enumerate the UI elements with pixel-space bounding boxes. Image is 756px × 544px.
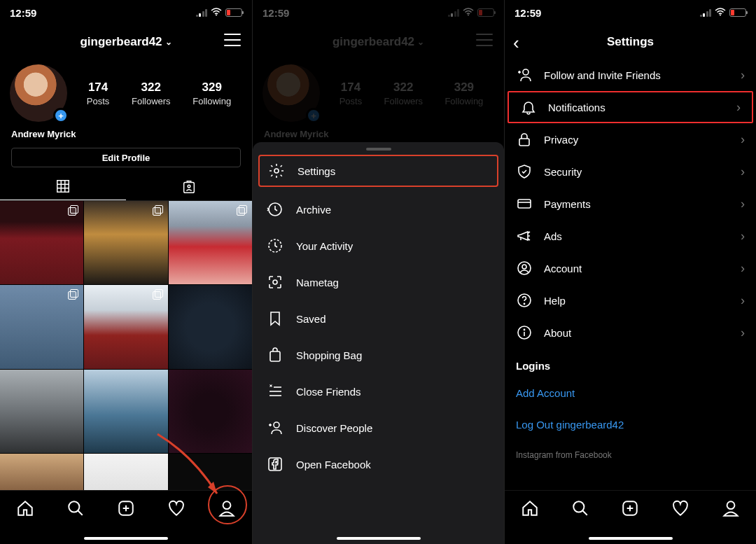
panel-profile: 12:59 gingerbeard42 ⌄ +: [0, 0, 252, 544]
menu-label: Your Activity: [296, 240, 353, 252]
settings-notifications[interactable]: Notifications ›: [507, 91, 753, 123]
nav-home[interactable]: [521, 499, 539, 517]
menu-archive[interactable]: Archive: [253, 191, 504, 228]
status-time: 12:59: [10, 7, 36, 19]
menu-shopping-bag[interactable]: Shopping Bag: [253, 337, 504, 373]
add-account-link[interactable]: Add Account: [505, 377, 756, 409]
settings-account[interactable]: Account ›: [505, 252, 756, 284]
profile-tabs: [0, 173, 252, 201]
settings-label: Ads: [544, 230, 562, 242]
bottom-nav: [505, 490, 756, 544]
svg-point-8: [69, 501, 79, 512]
post-thumbnail[interactable]: [0, 370, 83, 453]
post-thumbnail[interactable]: [0, 285, 83, 368]
facebook-icon: [267, 456, 284, 473]
signal-icon: [700, 9, 712, 17]
svg-point-36: [522, 265, 526, 269]
lock-icon: [516, 131, 533, 148]
profile-header: gingerbeard42 ⌄: [0, 25, 252, 59]
nav-activity[interactable]: [671, 499, 690, 517]
nav-profile[interactable]: [218, 499, 236, 517]
home-indicator: [589, 537, 673, 540]
settings-help[interactable]: Help ›: [505, 284, 756, 316]
tab-grid[interactable]: [0, 173, 126, 200]
settings-payments[interactable]: Payments ›: [505, 188, 756, 220]
menu-label: Close Friends: [296, 386, 361, 398]
avatar[interactable]: +: [10, 64, 67, 122]
settings-ads[interactable]: Ads ›: [505, 220, 756, 252]
nav-activity[interactable]: [167, 499, 186, 517]
svg-point-0: [216, 15, 217, 16]
menu-nametag[interactable]: Nametag: [253, 264, 504, 300]
settings-follow-invite[interactable]: Follow and Invite Friends ›: [505, 59, 756, 91]
settings-security[interactable]: Security ›: [505, 155, 756, 188]
post-thumbnail[interactable]: [169, 370, 252, 453]
svg-point-38: [524, 303, 524, 304]
post-thumbnail[interactable]: [84, 201, 167, 284]
stat-followers[interactable]: 322 Followers: [132, 81, 171, 106]
chevron-right-icon: ›: [741, 197, 745, 211]
card-icon: [516, 195, 533, 212]
battery-icon: [225, 8, 242, 17]
chevron-right-icon: ›: [741, 261, 745, 276]
post-thumbnail[interactable]: [84, 285, 167, 368]
edit-profile-button[interactable]: Edit Profile: [11, 148, 241, 167]
settings-label: About: [544, 327, 571, 339]
svg-rect-20: [270, 351, 280, 361]
menu-close-friends[interactable]: Close Friends: [253, 373, 504, 410]
post-thumbnail[interactable]: [169, 285, 252, 368]
help-icon: [516, 292, 533, 309]
post-thumbnail[interactable]: [84, 370, 167, 453]
bag-icon: [267, 347, 284, 363]
sheet-grabber[interactable]: [366, 148, 391, 151]
menu-settings[interactable]: Settings: [258, 155, 498, 187]
list-star-icon: [267, 383, 284, 400]
multi-post-icon: [153, 205, 164, 216]
stat-posts[interactable]: 174 Posts: [87, 81, 110, 106]
svg-line-43: [582, 510, 587, 515]
nav-search[interactable]: [571, 499, 589, 517]
menu-discover-people[interactable]: Discover People: [253, 410, 504, 446]
archive-icon: [267, 201, 284, 218]
bottom-nav: [0, 490, 252, 544]
back-button[interactable]: ‹: [513, 32, 519, 54]
menu-your-activity[interactable]: Your Activity: [253, 228, 504, 264]
hamburger-menu-button[interactable]: [224, 34, 241, 46]
username-label: gingerbeard42: [80, 35, 162, 49]
menu-saved[interactable]: Saved: [253, 300, 504, 337]
settings-label: Account: [544, 263, 582, 274]
settings-privacy[interactable]: Privacy ›: [505, 123, 756, 155]
svg-rect-32: [519, 139, 529, 146]
nav-home[interactable]: [16, 499, 34, 517]
svg-line-9: [78, 510, 83, 515]
multi-post-icon: [68, 289, 79, 300]
post-thumbnail[interactable]: [0, 201, 83, 284]
nav-profile[interactable]: [722, 499, 740, 517]
nav-add[interactable]: [117, 499, 135, 517]
chevron-right-icon: ›: [741, 326, 745, 340]
status-right: [196, 8, 243, 18]
username-dropdown[interactable]: gingerbeard42 ⌄: [80, 35, 172, 49]
stat-following[interactable]: 329 Following: [192, 81, 231, 106]
info-icon: [516, 324, 533, 341]
post-thumbnail[interactable]: [169, 201, 252, 284]
chevron-right-icon: ›: [741, 132, 745, 147]
battery-icon: [729, 8, 746, 17]
menu-label: Nametag: [296, 277, 339, 288]
settings-header: ‹ Settings: [505, 25, 756, 59]
tab-tagged[interactable]: [126, 173, 252, 200]
nav-search[interactable]: [66, 499, 85, 517]
add-story-badge[interactable]: +: [53, 108, 69, 123]
settings-label: Security: [544, 166, 582, 178]
menu-open-facebook[interactable]: Open Facebook: [253, 446, 504, 482]
chevron-right-icon: ›: [741, 68, 745, 83]
shield-icon: [516, 163, 533, 180]
status-time: 12:59: [514, 7, 541, 19]
logins-section-label: Logins: [505, 349, 756, 377]
svg-point-16: [274, 169, 279, 173]
settings-about[interactable]: About ›: [505, 316, 756, 349]
multi-post-icon: [68, 205, 79, 216]
nav-add[interactable]: [621, 499, 639, 517]
page-title: Settings: [607, 35, 654, 49]
log-out-link[interactable]: Log Out gingerbeard42: [505, 409, 756, 440]
